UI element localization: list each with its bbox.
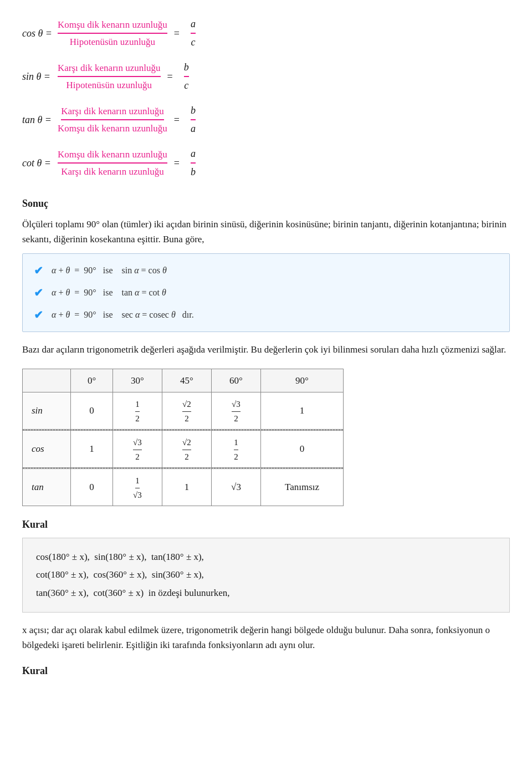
cos-30-numer: √3 (133, 436, 142, 450)
cos-eq-fraction: a c (188, 17, 198, 50)
cos-30: √3 2 (112, 431, 162, 468)
tan-45: 1 (162, 469, 211, 506)
table-header-90: 90° (260, 369, 343, 392)
cos-60-frac: 1 2 (234, 436, 238, 463)
check-formula-1: α + θ = 90° ise sin α = cos θ (52, 264, 167, 277)
tan-eq-fraction: b a (188, 103, 198, 136)
table-header-30: 30° (112, 369, 162, 392)
sin-fraction: Karşı dik kenarın uzunluğu Hipotenüsün u… (58, 61, 161, 93)
cos-numerator: Komşu dik kenarın uzunluğu (58, 18, 167, 34)
kural1-line3: tan(360° ± x), cot(360° ± x) in özdeşi b… (36, 584, 496, 602)
sin-60-numer: √3 (232, 398, 241, 412)
tan-denominator: Komşu dik kenarın uzunluğu (58, 120, 167, 136)
cos-formula-row: cos θ = Komşu dik kenarın uzunluğu Hipot… (22, 17, 510, 50)
tan-eq-denom: a (191, 120, 196, 136)
kural1-line2: cot(180° ± x), cos(360° ± x), sin(360° ±… (36, 566, 496, 584)
cos-60-denom: 2 (234, 450, 238, 463)
sin-30: 1 2 (112, 392, 162, 430)
check2-left: α + θ = 90° ise (52, 286, 122, 299)
table-row-cos: cos 1 √3 2 √2 2 1 2 0 (23, 431, 344, 468)
sin-60: √3 2 (211, 392, 260, 430)
cos-eq-denom: c (191, 34, 196, 50)
cot-eq1: = (174, 156, 180, 171)
cot-eq-denom: b (191, 164, 196, 180)
cos-30-denom: 2 (135, 450, 140, 463)
sin-90: 1 (260, 392, 343, 430)
tan-30: 1 √3 (112, 469, 162, 506)
sin-eq1: = (167, 69, 173, 84)
tan-60: √3 (211, 469, 260, 506)
formulas-section: cos θ = Komşu dik kenarın uzunluğu Hipot… (22, 17, 510, 180)
cos-45: √2 2 (162, 431, 211, 468)
sin-formula-row: sin θ = Karşı dik kenarın uzunluğu Hipot… (22, 60, 510, 93)
check-row-1: ✔ α + θ = 90° ise sin α = cos θ (34, 262, 498, 279)
cos-0: 1 (71, 431, 113, 468)
table-row-sin: sin 0 1 2 √2 2 √3 2 1 (23, 392, 344, 430)
cos-60: 1 2 (211, 431, 260, 468)
checkboxes-section: ✔ α + θ = 90° ise sin α = cos θ ✔ α + θ … (22, 253, 510, 332)
sin-numerator: Karşı dik kenarın uzunluğu (58, 61, 161, 78)
check-formula-2: α + θ = 90° ise tan α = cot θ (52, 286, 166, 299)
table-header-60: 60° (211, 369, 260, 392)
sin-30-denom: 2 (135, 412, 140, 425)
check3-right: sec α = cosec θ dır. (122, 308, 194, 322)
table-header-45: 45° (162, 369, 211, 392)
tan-label: tan θ = (22, 113, 55, 128)
cos-denominator: Hipotenüsün uzunluğu (70, 34, 155, 49)
tan-numerator: Karşı dik kenarın uzunluğu (61, 104, 164, 121)
tan-0: 0 (71, 469, 113, 506)
cos-60-numer: 1 (234, 436, 238, 450)
cot-denominator: Karşı dik kenarın uzunluğu (61, 164, 164, 179)
cos-45-numer: √2 (182, 436, 191, 450)
sin-eq-numer: b (184, 60, 189, 77)
tan-90: Tanımsız (260, 469, 343, 506)
sin-func-cell: sin (23, 392, 71, 430)
check1-right: sin α = cos θ (122, 264, 167, 277)
tan-eq-numer: b (191, 103, 196, 120)
tan-30-numer: 1 (135, 475, 140, 488)
sin-label: sin θ = (22, 69, 55, 84)
cot-numerator: Komşu dik kenarın uzunluğu (58, 147, 167, 164)
check-formula-3: α + θ = 90° ise sec α = cosec θ dır. (52, 308, 194, 322)
sin-eq-denom: c (184, 77, 188, 93)
kural1-box: cos(180° ± x), sin(180° ± x), tan(180° ±… (22, 538, 510, 613)
cos-label: cos θ = (22, 26, 55, 41)
check3-left: α + θ = 90° ise (52, 308, 122, 322)
table-row-tan: tan 0 1 √3 1 √3 Tanımsız (23, 469, 344, 506)
table-header-0: 0° (71, 369, 113, 392)
sin-30-frac: 1 2 (135, 398, 140, 425)
tan-30-denom: √3 (133, 488, 142, 502)
checkmark-2: ✔ (34, 284, 43, 301)
trig-table: 0° 30° 45° 60° 90° sin 0 1 2 √2 2 (22, 369, 344, 507)
tan-fraction: Karşı dik kenarın uzunluğu Komşu dik ken… (58, 104, 167, 136)
sonuc-paragraph: Ölçüleri toplamı 90° olan (tümler) iki a… (22, 217, 510, 247)
cos-eq-numer: a (191, 17, 196, 34)
kural1-title: Kural (22, 517, 510, 532)
check-row-3: ✔ α + θ = 90° ise sec α = cosec θ dır. (34, 307, 498, 323)
cot-formula-row: cot θ = Komşu dik kenarın uzunluğu Karşı… (22, 146, 510, 180)
sin-30-numer: 1 (135, 398, 140, 412)
sin-denominator: Hipotenüsün uzunluğu (66, 77, 152, 93)
table-header-row: 0° 30° 45° 60° 90° (23, 369, 344, 392)
tan-func-cell: tan (23, 469, 71, 506)
cos-func-cell: cos (23, 431, 71, 468)
kural1-line1: cos(180° ± x), sin(180° ± x), tan(180° ±… (36, 548, 496, 566)
cos-30-frac: √3 2 (133, 436, 142, 463)
table-intro-paragraph: Bazı dar açıların trigonometrik değerler… (22, 342, 510, 357)
cot-eq-fraction: a b (188, 146, 198, 180)
kural2-title: Kural (22, 664, 510, 679)
sin-45-numer: √2 (182, 398, 191, 412)
tan-30-frac: 1 √3 (133, 475, 142, 501)
tan-eq1: = (174, 113, 180, 128)
sin-eq-fraction: b c (182, 60, 191, 93)
cos-fraction: Komşu dik kenarın uzunluğu Hipotenüsün u… (58, 18, 167, 49)
sin-60-frac: √3 2 (232, 398, 241, 425)
cot-fraction: Komşu dik kenarın uzunluğu Karşı dik ken… (58, 147, 167, 179)
checkmark-1: ✔ (34, 262, 43, 279)
cos-45-denom: 2 (185, 450, 189, 463)
checkmark-3: ✔ (34, 307, 43, 323)
table-header-empty (23, 369, 71, 392)
sin-45-frac: √2 2 (182, 398, 191, 425)
sonuc-section: Sonuç Ölçüleri toplamı 90° olan (tümler)… (22, 196, 510, 332)
tan-formula-row: tan θ = Karşı dik kenarın uzunluğu Komşu… (22, 103, 510, 136)
